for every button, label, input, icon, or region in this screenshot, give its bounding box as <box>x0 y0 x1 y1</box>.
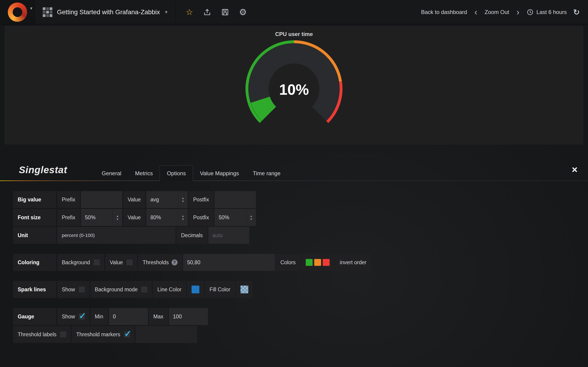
color-swatch-orange[interactable] <box>314 259 321 266</box>
coloring-value-toggle[interactable]: Value <box>105 254 137 271</box>
stepper-icon: ▴▾ <box>178 209 188 226</box>
shift-time-right-button[interactable]: › <box>516 8 520 17</box>
time-picker-button[interactable]: Last 6 hours <box>527 9 567 16</box>
tab-general[interactable]: General <box>95 166 128 181</box>
shift-time-left-button[interactable]: ‹ <box>473 8 478 17</box>
thresholds-input[interactable] <box>183 254 275 271</box>
unit-row-label: Unit <box>13 227 56 244</box>
spark-lines-row: Spark lines Show Background mode Line Co… <box>13 281 588 298</box>
color-swatch-red[interactable] <box>323 259 330 266</box>
chevron-left-icon: ‹ <box>474 7 477 17</box>
stepper-icon: ▴▾ <box>178 191 188 208</box>
threshold-markers-checkbox[interactable] <box>124 332 130 337</box>
min-input-cell <box>109 308 148 325</box>
star-icon: ☆ <box>186 7 193 17</box>
font-size-row-label: Font size <box>13 209 56 226</box>
gauge-row: Gauge Show Min Max <box>13 308 588 325</box>
title-caret-icon: ▾ <box>165 9 167 15</box>
thresholds-input-cell <box>183 254 275 271</box>
spark-lines-row-label: Spark lines <box>13 281 56 298</box>
panel-title[interactable]: CPU user time <box>275 31 313 37</box>
postfix-input-cell <box>215 191 256 208</box>
unit-row: Unit percent (0-100) Decimals <box>13 227 588 244</box>
gauge: 10% <box>239 37 349 140</box>
invert-order-button[interactable]: invert order <box>335 254 371 271</box>
font-prefix-select[interactable]: 50% ▴▾ <box>81 209 122 226</box>
top-navbar: ▾ Getting Started with Grafana-Zabbix ▾ … <box>0 0 588 24</box>
gear-icon: ⚙ <box>239 7 247 17</box>
sparkline-show-toggle[interactable]: Show <box>57 281 89 298</box>
save-button[interactable] <box>221 8 229 16</box>
prefix-input-cell <box>81 191 122 208</box>
sparkline-show-checkbox[interactable] <box>79 286 85 292</box>
navbar-right: Back to dashboard ‹ Zoom Out › Last 6 ho… <box>421 8 588 17</box>
clock-icon <box>527 9 534 16</box>
font-value-select[interactable]: 80% ▴▾ <box>146 209 188 226</box>
decimals-input[interactable] <box>208 227 249 244</box>
dashboard-title: Getting Started with Grafana-Zabbix <box>57 8 160 16</box>
panel-editor-header: Singlestat General Metrics Options Value… <box>0 159 588 181</box>
decimals-label: Decimals <box>176 227 208 244</box>
singlestat-panel: CPU user time 10% <box>5 26 583 144</box>
chevron-right-icon: › <box>517 7 519 17</box>
help-icon[interactable]: ? <box>172 259 178 265</box>
value-checkbox[interactable] <box>127 259 132 265</box>
options-tab-content: Big value Prefix Value avg ▴▾ Postfix Fo… <box>0 181 588 343</box>
back-to-dashboard-button[interactable]: Back to dashboard <box>421 9 467 15</box>
thresholds-label-cell: Thresholds ? <box>138 254 182 271</box>
gauge-show-checkbox[interactable] <box>79 314 85 319</box>
prefix-input[interactable] <box>81 191 122 208</box>
save-icon <box>221 8 229 16</box>
grafana-logo-button[interactable]: ▾ <box>0 0 35 24</box>
font-value-label: Value <box>123 209 145 226</box>
close-icon: × <box>572 164 578 175</box>
font-postfix-select[interactable]: 50% ▴▾ <box>215 209 256 226</box>
tab-metrics[interactable]: Metrics <box>128 166 160 181</box>
editor-tabs: General Metrics Options Value Mappings T… <box>95 159 287 181</box>
refresh-icon: ↻ <box>573 8 580 17</box>
max-input-cell <box>169 308 208 325</box>
star-button[interactable]: ☆ <box>186 7 193 17</box>
tab-options[interactable]: Options <box>160 165 193 181</box>
fill-color-swatch[interactable] <box>241 286 248 293</box>
threshold-labels-checkbox[interactable] <box>60 332 66 337</box>
close-editor-button[interactable]: × <box>572 165 578 175</box>
navbar-actions: ☆ ⚙ <box>175 0 251 24</box>
settings-button[interactable]: ⚙ <box>239 7 247 17</box>
line-color-swatch[interactable] <box>191 286 199 293</box>
coloring-background-toggle[interactable]: Background <box>57 254 104 271</box>
tab-time-range[interactable]: Time range <box>246 166 288 181</box>
value-stat-select[interactable]: avg ▴▾ <box>146 191 188 208</box>
dashboard-grid-icon <box>43 7 52 17</box>
gauge-threshold-row: Threshold labels Threshold markers <box>13 326 588 343</box>
background-mode-toggle[interactable]: Background mode <box>90 281 152 298</box>
threshold-markers-toggle[interactable]: Threshold markers <box>72 326 135 343</box>
coloring-row: Coloring Background Value Thresholds ? C… <box>13 254 588 271</box>
dashboard-title-button[interactable]: Getting Started with Grafana-Zabbix ▾ <box>35 0 175 24</box>
background-mode-checkbox[interactable] <box>141 286 147 292</box>
max-input[interactable] <box>169 308 208 325</box>
min-input[interactable] <box>109 308 148 325</box>
gauge-container: 10% <box>239 37 349 144</box>
svg-text:10%: 10% <box>279 81 309 98</box>
grafana-logo <box>8 2 27 22</box>
gauge-show-toggle[interactable]: Show <box>57 308 89 325</box>
color-swatch-green[interactable] <box>306 259 313 266</box>
fill-color-swatch-cell <box>236 281 253 298</box>
fill-color-label: Fill Color <box>205 281 235 298</box>
prefix-label: Prefix <box>57 191 80 208</box>
unit-dropdown[interactable]: percent (0-100) <box>57 227 175 244</box>
decimals-input-cell <box>208 227 249 244</box>
max-label: Max <box>149 308 168 325</box>
zoom-out-button[interactable]: Zoom Out <box>485 9 509 15</box>
threshold-labels-toggle[interactable]: Threshold labels <box>13 326 71 343</box>
postfix-input[interactable] <box>215 191 256 208</box>
min-label: Min <box>90 308 108 325</box>
share-button[interactable] <box>203 8 211 16</box>
empty-filler-cell <box>136 326 197 343</box>
tab-value-mappings[interactable]: Value Mappings <box>193 166 246 181</box>
big-value-row: Big value Prefix Value avg ▴▾ Postfix <box>13 191 588 208</box>
big-value-row-label: Big value <box>13 191 56 208</box>
background-checkbox[interactable] <box>94 259 100 265</box>
refresh-button[interactable]: ↻ <box>573 8 580 17</box>
